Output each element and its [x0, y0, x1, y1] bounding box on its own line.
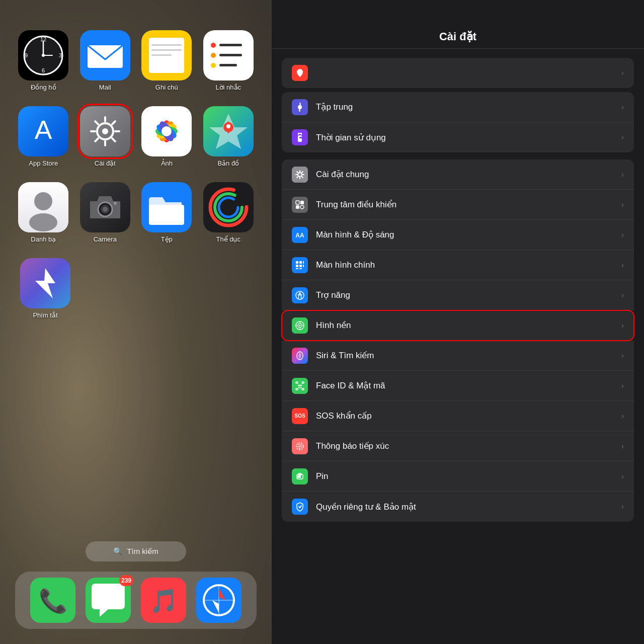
partial-icon	[292, 65, 308, 81]
svg-text:9: 9	[25, 52, 28, 58]
svg-rect-18	[219, 44, 242, 46]
svg-line-90	[297, 176, 298, 178]
man-hinh-label: Màn hình & Độ sáng	[316, 229, 621, 240]
settings-item-hinh-nen[interactable]: Hình nền ›	[282, 310, 634, 341]
settings-item-pin[interactable]: Pin ›	[282, 461, 634, 492]
svg-point-105	[299, 292, 301, 294]
svg-point-50	[34, 192, 52, 210]
notes-icon	[141, 30, 192, 80]
safari-icon	[196, 578, 242, 623]
settings-item-cai-dat-chung[interactable]: Cài đặt chung ›	[282, 159, 634, 190]
svg-text:6: 6	[42, 67, 45, 73]
appstore-label: App Store	[29, 159, 58, 167]
app-camera[interactable]: Camera	[77, 182, 134, 243]
dock: 📞 239 🎵	[15, 572, 257, 629]
app-maps[interactable]: Bản đồ	[200, 106, 257, 167]
svg-rect-15	[151, 54, 172, 56]
app-settings[interactable]: Cài đặt	[77, 106, 134, 167]
dock-phone[interactable]: 📞	[30, 578, 75, 623]
svg-point-125	[299, 445, 301, 447]
maps-icon	[203, 106, 254, 156]
photos-label: Ảnh	[161, 159, 173, 167]
svg-point-47	[226, 124, 230, 128]
settings-item-siri[interactable]: Siri & Tìm kiếm ›	[282, 341, 634, 371]
mail-icon	[80, 30, 130, 80]
dock-music[interactable]: 🎵	[141, 578, 186, 623]
pin-icon	[292, 468, 308, 485]
app-reminders[interactable]: Lời nhắc	[200, 30, 257, 91]
quyen-rieng-tu-label: Quyền riêng tư & Bảo mật	[316, 502, 621, 512]
svg-rect-99	[296, 265, 298, 267]
man-hinh-icon: AA	[292, 227, 308, 243]
settings-item-face-id[interactable]: Face ID & Mật mã ›	[282, 371, 634, 401]
dock-messages[interactable]: 239	[86, 578, 131, 623]
contacts-label: Danh bạ	[31, 235, 56, 243]
search-icon: 🔍	[113, 547, 123, 556]
reminders-label: Lời nhắc	[215, 84, 241, 91]
files-label: Tệp	[161, 235, 173, 243]
app-contacts[interactable]: Danh bạ	[15, 182, 72, 243]
settings-item-sos[interactable]: SOS SOS khẩn cấp ›	[282, 401, 634, 431]
settings-item-tro-nang[interactable]: Trợ năng ›	[282, 280, 634, 310]
app-appstore[interactable]: A App Store	[15, 106, 72, 167]
maps-label: Bản đồ	[217, 159, 239, 167]
shortcuts-label: Phím tắt	[33, 311, 57, 319]
settings-item-man-hinh-chinh[interactable]: Màn hình chính ›	[282, 250, 634, 280]
svg-rect-119	[302, 388, 304, 390]
svg-point-27	[102, 128, 108, 134]
app-fitness[interactable]: Thể dục	[200, 182, 257, 243]
hinh-nen-icon	[292, 317, 308, 334]
svg-rect-100	[299, 265, 302, 267]
clock-icon: 12 6 3 9	[18, 30, 68, 80]
tap-trung-label: Tập trung	[316, 102, 621, 112]
svg-rect-22	[219, 64, 237, 66]
cai-dat-chung-icon	[292, 167, 308, 183]
svg-rect-97	[299, 261, 302, 264]
quyen-rieng-tu-icon	[292, 499, 308, 515]
tap-trung-chevron: ›	[621, 103, 624, 112]
app-notes[interactable]: Ghi chú	[138, 30, 195, 91]
phone-icon: 📞	[30, 578, 75, 623]
thoi-gian-icon	[292, 129, 308, 145]
app-mail[interactable]: Mail	[77, 30, 134, 91]
svg-line-89	[302, 172, 303, 173]
home-content: 12 6 3 9 Đồng hồ	[0, 0, 272, 644]
settings-item-thong-bao[interactable]: Thông báo tiếp xúc ›	[282, 431, 634, 461]
settings-item-trung-tam[interactable]: Trung tâm điều khiển ›	[282, 190, 634, 220]
settings-label: Cài đặt	[95, 159, 116, 167]
app-shortcuts[interactable]: Phím tắt	[20, 258, 70, 319]
svg-text:3: 3	[59, 52, 62, 58]
trung-tam-icon	[292, 197, 308, 213]
settings-item-quyen-rieng-tu[interactable]: Quyền riêng tư & Bảo mật ›	[282, 492, 634, 522]
svg-rect-103	[299, 268, 302, 269]
svg-rect-58	[149, 205, 184, 225]
svg-rect-98	[303, 261, 304, 264]
svg-rect-93	[296, 205, 299, 209]
svg-point-120	[298, 384, 299, 386]
svg-rect-102	[296, 268, 298, 269]
svg-rect-20	[219, 54, 242, 56]
settings-icon	[80, 106, 130, 156]
shortcuts-icon	[20, 258, 70, 308]
svg-point-121	[300, 384, 302, 386]
sos-label: SOS khẩn cấp	[316, 411, 621, 421]
camera-icon	[80, 182, 130, 232]
dock-safari[interactable]	[196, 578, 242, 623]
svg-rect-14	[151, 49, 182, 51]
app-clock[interactable]: 12 6 3 9 Đồng hồ	[15, 30, 72, 91]
app-photos[interactable]: Ảnh	[138, 106, 195, 167]
fitness-label: Thể dục	[216, 235, 240, 243]
app-files[interactable]: Tệp	[138, 182, 195, 243]
settings-item-man-hinh[interactable]: AA Màn hình & Độ sáng ›	[282, 220, 634, 250]
settings-item-tap-trung[interactable]: Tập trung ›	[282, 92, 634, 122]
fitness-icon	[203, 182, 254, 232]
svg-rect-91	[296, 201, 299, 204]
trung-tam-label: Trung tâm điều khiển	[316, 199, 621, 210]
settings-list: › Tập trung ›	[272, 49, 644, 644]
settings-item-thoi-gian[interactable]: Thời gian sử dụng ›	[282, 122, 634, 152]
messages-badge: 239	[119, 575, 133, 586]
siri-label: Siri & Tìm kiếm	[316, 350, 621, 361]
svg-line-88	[302, 176, 303, 178]
search-bar[interactable]: 🔍 Tìm kiếm	[86, 541, 186, 561]
siri-icon	[292, 348, 308, 364]
